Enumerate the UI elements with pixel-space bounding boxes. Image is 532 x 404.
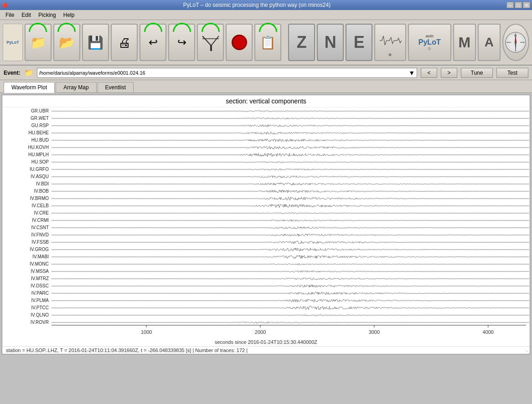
print-button[interactable]: 🖨 [111,24,138,61]
main-content: section: vertical components GR.UBRGR.WE… [2,95,530,354]
station-label: IV.CSNT [2,224,52,231]
station-label: HU.BEHE [2,129,52,137]
picks-button[interactable]: 📋 [254,24,281,61]
manual-picks-button[interactable]: M [453,24,476,61]
event-folder-icon: 📁 [24,68,33,77]
minimize-button[interactable]: – [506,2,514,8]
menu-item-edit[interactable]: Edit [18,11,35,19]
next-event-button[interactable]: > [441,68,457,78]
x-axis: 1000 2000 3000 4000 [52,325,526,339]
svg-text:4000: 4000 [482,329,493,335]
event-label: Event: [4,70,21,76]
station-label: IV.PTCC [2,304,52,312]
tab-array-map[interactable]: Array Map [56,82,96,92]
n-component-button[interactable]: N [317,24,344,61]
tab-waveform-plot[interactable]: Waveform Plot [4,82,55,93]
station-label: IV.CRMI [2,217,52,224]
station-label: HU.KOVH [2,144,52,151]
tune-button[interactable]: Tune [461,68,493,78]
station-label: IV.MSSA [2,268,52,275]
station-labels: GR.UBRGR.WETGU.RSPHU.BEHEHU.BUDHU.KOVHHU… [2,107,52,325]
z-component-button[interactable]: Z [288,24,315,61]
close-button[interactable]: ✕ [523,2,530,8]
e-component-button[interactable]: E [346,24,372,61]
station-label: IV.ASQU [2,173,52,180]
redo-button[interactable]: ↪ [168,24,195,61]
station-label: IV.PLMA [2,297,52,304]
svg-text:3000: 3000 [369,329,380,335]
station-label: GR.WET [2,115,52,122]
station-label: IV.MTRZ [2,275,52,282]
svg-text:2000: 2000 [255,329,266,335]
station-label: IV.BRMO [2,195,52,202]
station-label: IV.FSSB [2,239,52,246]
station-label: GR.UBR [2,107,52,115]
station-label: IV.CELB [2,202,52,210]
svg-point-10 [515,41,517,43]
station-label: IV.OSSC [2,282,52,290]
app-logo: 🔴 [2,3,7,8]
resize-corner[interactable]: ⋱ [523,348,530,354]
station-label: IV.GROG [2,246,52,253]
waveform-display-button[interactable]: ⚙ [374,24,406,61]
compass-button[interactable]: N [502,24,529,61]
pylot-logo: PyLoT [3,24,23,61]
man2-button[interactable]: A [478,24,501,61]
menu-item-picking[interactable]: Picking [35,11,60,19]
undo-button[interactable]: ↩ [139,24,166,61]
station-label: IV.MONC [2,261,52,268]
waveform-plot-area[interactable] [52,107,530,325]
station-label: IU.GRFO [2,166,52,173]
station-label: IV.MABI [2,253,52,261]
title-bar: 🔴 PyLoT – do seismic processing the pyth… [0,0,532,10]
station-label: IV.BDI [2,180,52,188]
window-title: PyLoT – do seismic processing the python… [183,2,331,8]
station-label: GU.RSP [2,122,52,129]
test-button[interactable]: Test [496,68,528,78]
maximize-button[interactable]: □ [515,2,522,8]
tab-bar: Waveform Plot Array Map Eventlist [0,80,532,93]
window-controls: – □ ✕ [506,2,530,8]
plot-title: section: vertical components [2,95,530,107]
auto-pylot-button[interactable]: auto PyLoT ⚙ [408,24,451,61]
menu-item-help[interactable]: Help [60,11,78,19]
station-label: HU.SOP [2,159,52,166]
station-label: IV.ROVR [2,319,52,325]
station-label: IV.PARC [2,290,52,297]
open-event-button[interactable]: 📁 [25,24,52,61]
waveform-svg [52,107,530,325]
filter-button[interactable] [197,24,224,61]
station-label: IV.FNVD [2,231,52,239]
station-label: IV.BOB [2,188,52,195]
status-bar: station = HU.SOP..LHZ, T = 2016-01-24T10… [2,346,530,354]
toolbar: PyLoT 📁 📂 💾 🖨 ↩ ↪ 📋 [0,20,532,66]
save-button[interactable]: 💾 [82,24,109,61]
station-label: HU.BUD [2,137,52,144]
station-label: IV.QLNO [2,312,52,319]
open-folder-button[interactable]: 📂 [53,24,80,61]
tab-eventlist[interactable]: Eventlist [98,82,134,92]
station-label: IV.CRE [2,210,52,217]
station-label: HU.MPLH [2,151,52,159]
menu-bar: File Edit Picking Help [0,10,532,20]
record-button[interactable] [226,24,253,61]
time-label: seconds since 2016-01-24T10:15:30.440000… [2,339,530,346]
prev-event-button[interactable]: < [421,68,437,78]
svg-text:1000: 1000 [141,329,152,335]
event-bar: Event: 📁 /home/darius/alparray/waveforms… [0,66,532,80]
menu-item-file[interactable]: File [2,11,18,19]
event-path-input[interactable]: /home/darius/alparray/waveforms/e0001.02… [37,68,417,78]
